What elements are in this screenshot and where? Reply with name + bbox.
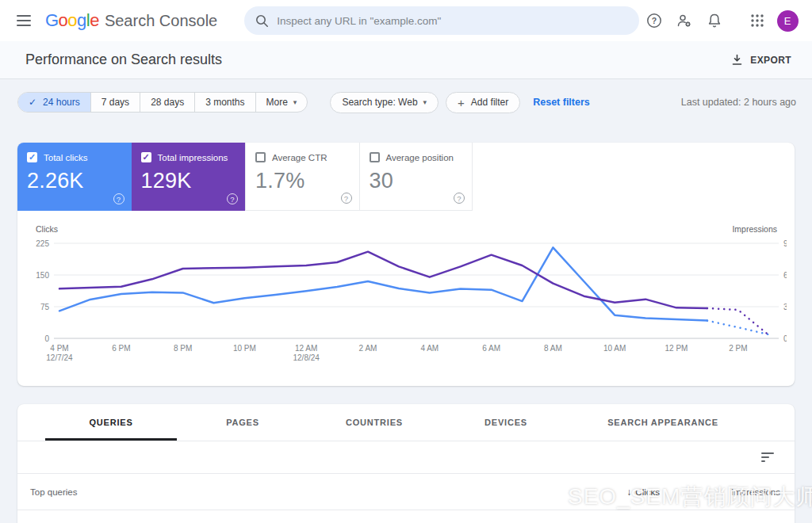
user-settings-button[interactable] [669, 6, 699, 36]
performance-chart[interactable]: 07515022503K6K9KClicksImpressions4 PM12/… [25, 222, 787, 380]
svg-text:12 AM: 12 AM [295, 344, 317, 353]
table-filter-row [17, 441, 795, 474]
svg-text:10 AM: 10 AM [603, 344, 626, 353]
search-type-filter[interactable]: Search type: Web ▾ [330, 92, 439, 113]
hamburger-menu-icon[interactable] [10, 6, 39, 36]
svg-text:6K: 6K [783, 271, 787, 280]
filter-list-icon[interactable] [761, 452, 774, 462]
tab-queries[interactable]: QUERIES [45, 404, 177, 441]
svg-text:75: 75 [40, 303, 50, 311]
svg-text:150: 150 [36, 271, 49, 280]
metric-value: 1.7% [255, 169, 350, 193]
page-title: Performance on Search results [25, 52, 222, 68]
dimensions-panel: QUERIES PAGES COUNTRIES DEVICES SEARCH A… [17, 404, 795, 523]
search-input[interactable] [277, 15, 628, 27]
filter-toolbar: ✓ 24 hours 7 days 28 days 3 months More … [0, 79, 812, 125]
tab-search-appearance[interactable]: SEARCH APPEARANCE [572, 404, 754, 441]
svg-text:9K: 9K [783, 239, 787, 248]
date-range-28-days[interactable]: 28 days [140, 93, 195, 112]
help-icon[interactable]: ? [227, 193, 238, 204]
dimension-tabs: QUERIES PAGES COUNTRIES DEVICES SEARCH A… [17, 404, 795, 441]
search-type-label: Search type: Web [342, 97, 417, 108]
checkbox-icon[interactable]: ✓ [27, 152, 37, 162]
metric-card-total-impressions[interactable]: ✓ Total impressions 129K ? [132, 143, 246, 211]
bell-icon [707, 13, 722, 29]
top-app-bar: Google Search Console ? E [0, 0, 812, 41]
svg-text:?: ? [652, 16, 657, 25]
checkbox-icon[interactable] [255, 152, 266, 162]
svg-text:0: 0 [783, 334, 787, 343]
account-avatar[interactable]: E [772, 6, 802, 36]
tab-countries[interactable]: COUNTRIES [308, 404, 440, 441]
svg-text:Clicks: Clicks [36, 224, 58, 234]
help-icon: ? [646, 13, 662, 29]
add-filter-button[interactable]: + Add filter [446, 92, 520, 113]
column-top-queries[interactable]: Top queries [30, 487, 77, 497]
user-settings-icon [676, 13, 693, 29]
checkbox-icon[interactable] [370, 152, 380, 162]
date-range-label: More [266, 97, 288, 108]
help-icon[interactable]: ? [113, 193, 124, 204]
svg-text:12/7/24: 12/7/24 [46, 353, 73, 362]
metric-label: Average position [386, 153, 454, 162]
date-range-7-days[interactable]: 7 days [91, 93, 140, 112]
date-range-label: 3 months [205, 97, 244, 108]
help-icon[interactable]: ? [454, 193, 465, 204]
export-label: EXPORT [750, 55, 791, 66]
tab-pages[interactable]: PAGES [177, 404, 308, 441]
export-button[interactable]: EXPORT [731, 54, 791, 66]
svg-text:12 PM: 12 PM [665, 344, 688, 353]
tab-devices[interactable]: DEVICES [440, 404, 572, 441]
metric-value: 129K [141, 169, 236, 193]
sort-descending-icon: ↓ [626, 487, 631, 498]
svg-text:3K: 3K [783, 303, 787, 311]
metric-card-average-ctr[interactable]: Average CTR 1.7% ? [245, 143, 359, 211]
plus-icon: + [458, 96, 465, 109]
svg-text:0: 0 [44, 334, 49, 343]
title-bar: Performance on Search results EXPORT [0, 41, 812, 79]
svg-text:6 AM: 6 AM [482, 344, 500, 353]
date-range-label: 28 days [151, 97, 184, 108]
date-range-3-months[interactable]: 3 months [195, 93, 255, 112]
column-impressions[interactable]: Impressions [695, 487, 795, 497]
notifications-button[interactable] [699, 6, 730, 36]
performance-summary-panel: ✓ Total clicks 2.26K ? ✓ Total impressio… [17, 143, 795, 386]
chevron-down-icon: ▾ [293, 98, 297, 106]
google-apps-button[interactable] [742, 6, 772, 36]
metric-card-total-clicks[interactable]: ✓ Total clicks 2.26K ? [17, 143, 132, 211]
help-button[interactable]: ? [639, 6, 669, 36]
metric-value: 2.26K [27, 169, 122, 193]
google-logo: Google [45, 10, 99, 31]
svg-text:8 PM: 8 PM [174, 344, 192, 353]
svg-text:6 PM: 6 PM [112, 344, 130, 353]
svg-text:2 PM: 2 PM [729, 344, 747, 353]
svg-text:225: 225 [36, 239, 49, 248]
date-range-more[interactable]: More ▾ [256, 93, 308, 112]
avatar: E [777, 10, 799, 32]
column-clicks-label: Clicks [635, 487, 660, 497]
apps-grid-icon [750, 13, 764, 28]
date-range-label: 24 hours [43, 97, 80, 108]
checkbox-icon[interactable]: ✓ [141, 152, 151, 162]
metric-card-average-position[interactable]: Average position 30 ? [359, 143, 473, 211]
svg-text:2 AM: 2 AM [359, 344, 377, 353]
add-filter-label: Add filter [471, 97, 508, 108]
svg-text:10 PM: 10 PM [233, 344, 256, 353]
url-inspect-searchbar[interactable] [244, 6, 639, 35]
product-logo: Google Search Console [45, 10, 217, 31]
reset-filters-link[interactable]: Reset filters [533, 97, 590, 108]
last-updated-text: Last updated: 2 hours ago [681, 97, 796, 108]
search-icon [255, 14, 269, 28]
date-range-group: ✓ 24 hours 7 days 28 days 3 months More … [17, 92, 308, 113]
svg-text:Impressions: Impressions [732, 224, 777, 234]
table-header: Top queries ↓ Clicks Impressions [17, 474, 795, 510]
metric-value: 30 [370, 169, 463, 193]
column-clicks-sorted[interactable]: ↓ Clicks [626, 487, 660, 498]
product-name: Search Console [105, 12, 217, 30]
svg-text:4 AM: 4 AM [420, 344, 439, 353]
metric-label: Total clicks [44, 153, 88, 162]
date-range-label: 7 days [102, 97, 129, 108]
svg-text:8 AM: 8 AM [544, 344, 562, 353]
help-icon[interactable]: ? [341, 193, 352, 204]
date-range-24-hours[interactable]: ✓ 24 hours [18, 93, 91, 112]
